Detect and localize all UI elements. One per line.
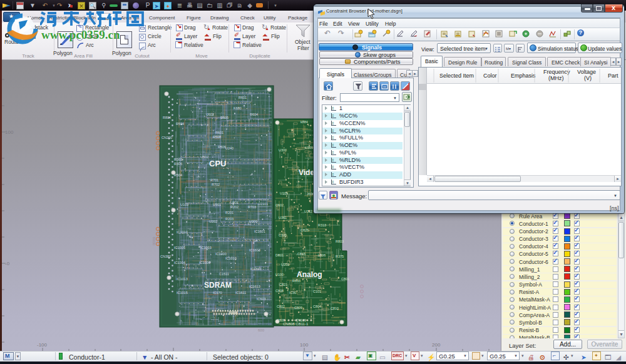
svg-text:0009: 0009 xyxy=(152,236,156,245)
svg-text:U801: U801 xyxy=(230,201,239,205)
svg-text:C802: C802 xyxy=(277,305,285,308)
svg-text:U361: U361 xyxy=(279,216,287,220)
svg-text:C801: C801 xyxy=(341,277,349,281)
svg-text:R601: R601 xyxy=(215,131,223,134)
svg-text:IC1004: IC1004 xyxy=(174,261,185,265)
svg-text:U240: U240 xyxy=(225,146,233,150)
svg-text:R702: R702 xyxy=(212,183,220,186)
svg-text:IC170: IC170 xyxy=(213,291,222,295)
svg-text:R605: R605 xyxy=(220,116,228,119)
svg-text:R504: R504 xyxy=(176,122,184,126)
svg-text:R305: R305 xyxy=(174,162,182,166)
svg-text:C808: C808 xyxy=(275,289,284,293)
svg-text:R503: R503 xyxy=(174,158,182,161)
svg-text:Analog: Analog xyxy=(297,270,322,279)
svg-text:IC1603: IC1603 xyxy=(249,248,260,252)
svg-text:IC1006: IC1006 xyxy=(199,261,210,265)
svg-text:CN808 CB11-1: CN808 CB11-1 xyxy=(283,322,309,326)
svg-text:IC1000: IC1000 xyxy=(215,252,227,256)
svg-text:C821: C821 xyxy=(279,283,287,286)
svg-text:R508: R508 xyxy=(213,135,221,139)
svg-text:U604: U604 xyxy=(250,113,258,116)
svg-text:IC1005: IC1005 xyxy=(174,246,185,250)
svg-text:J602: J602 xyxy=(207,113,214,116)
svg-text:C602: C602 xyxy=(275,203,284,207)
svg-text:IC1613: IC1613 xyxy=(249,285,260,288)
svg-text:IC1003: IC1003 xyxy=(200,246,212,250)
svg-text:C826: C826 xyxy=(300,228,309,232)
svg-text:R202: R202 xyxy=(230,205,239,209)
svg-text:U901: U901 xyxy=(213,203,221,206)
svg-text:R601: R601 xyxy=(239,96,247,99)
svg-text:IC1013: IC1013 xyxy=(177,277,188,281)
svg-text:U502: U502 xyxy=(200,155,208,159)
svg-text:C816: C816 xyxy=(297,252,305,256)
svg-text:R375: R375 xyxy=(336,255,344,258)
svg-text:IC603: IC603 xyxy=(257,297,266,301)
svg-text:U109: U109 xyxy=(280,191,288,195)
svg-text:U201: U201 xyxy=(281,263,289,266)
svg-text:C810: C810 xyxy=(331,306,339,310)
svg-text:C809: C809 xyxy=(294,306,302,310)
svg-text:U103: U103 xyxy=(180,203,188,206)
svg-text:D801: D801 xyxy=(275,253,284,257)
svg-text:U309: U309 xyxy=(305,146,313,149)
svg-text:U300: U300 xyxy=(279,148,287,152)
svg-text:R313: R313 xyxy=(318,223,326,227)
svg-text:k884: k884 xyxy=(300,120,308,124)
svg-text:U202: U202 xyxy=(209,220,217,223)
svg-text:IC1010: IC1010 xyxy=(225,256,237,260)
svg-text:6000: 6000 xyxy=(152,102,156,111)
svg-text:U312: U312 xyxy=(304,210,312,213)
svg-text:C320: C320 xyxy=(279,233,287,237)
svg-text:SDRAM: SDRAM xyxy=(204,281,232,290)
svg-text:600: 600 xyxy=(258,328,265,332)
svg-text:C1511: C1511 xyxy=(219,272,229,276)
svg-text:R203: R203 xyxy=(225,217,233,221)
svg-text:R201: R201 xyxy=(225,211,233,215)
svg-text:C101: C101 xyxy=(313,290,321,293)
svg-text:R504: R504 xyxy=(174,173,182,177)
svg-text:R701: R701 xyxy=(210,178,218,182)
svg-text:IC1601: IC1601 xyxy=(250,267,262,271)
svg-text:C804: C804 xyxy=(313,305,321,308)
svg-text:R803: R803 xyxy=(336,240,344,243)
svg-text:U100: U100 xyxy=(275,273,284,276)
svg-text:IC1611: IC1611 xyxy=(235,291,246,295)
svg-text:U2101: U2101 xyxy=(258,202,268,206)
svg-text:IC1010: IC1010 xyxy=(177,230,188,234)
svg-text:CPU: CPU xyxy=(209,159,226,168)
svg-text:U300: U300 xyxy=(249,220,257,223)
svg-text:IC1015: IC1015 xyxy=(177,291,188,295)
svg-text:J006: J006 xyxy=(228,311,238,315)
svg-text:L806: L806 xyxy=(318,253,326,257)
svg-text:R703: R703 xyxy=(248,205,256,209)
svg-text:IC30: IC30 xyxy=(289,291,297,295)
svg-text:R833: R833 xyxy=(292,279,300,283)
svg-text:IC1601: IC1601 xyxy=(254,230,265,233)
svg-text:K680: K680 xyxy=(233,106,242,110)
